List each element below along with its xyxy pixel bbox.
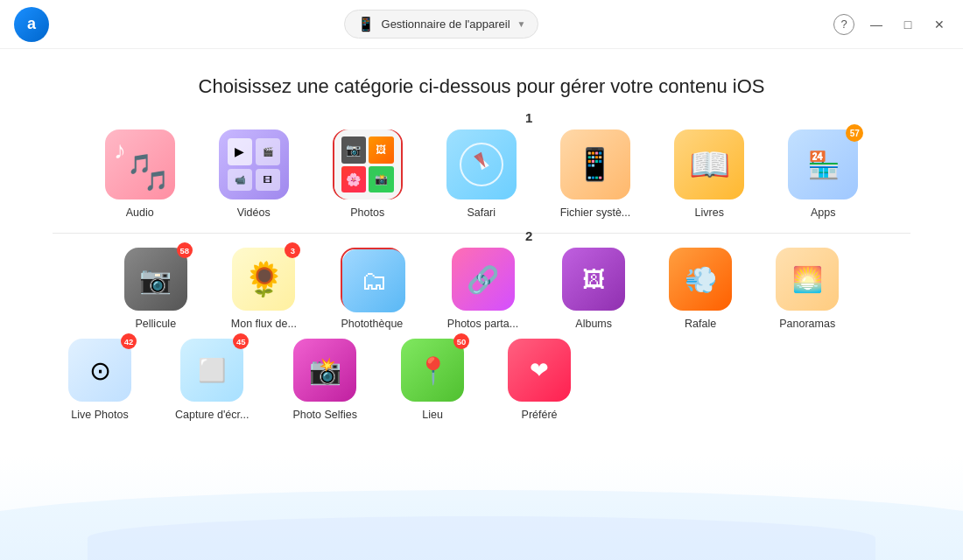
photospartagees-icon-wrapper: 🔗 <box>452 248 515 311</box>
subcategory-photospartagees[interactable]: 🔗 Photos parta... <box>447 248 518 330</box>
phototheque-icon-wrapper: 🗂 <box>341 248 404 311</box>
category-apps-label: Apps <box>811 206 836 219</box>
main-content: Choisissez une catégorie ci-dessous pour… <box>0 49 963 438</box>
livres-icon: 📖 <box>674 130 744 200</box>
category-fichier-label: Fichier systè... <box>560 206 631 219</box>
photos-p1: 📷 <box>341 136 367 164</box>
subcategory-livephotos[interactable]: 42 ⊙ Live Photos <box>68 339 131 421</box>
category-photos-label: Photos <box>350 206 384 219</box>
sub-categories-row2-container: 42 ⊙ Live Photos 45 ⬜ Capture d'écr... 📸… <box>53 339 910 421</box>
subcategory-selfies[interactable]: 📸 Photo Selfies <box>292 339 357 421</box>
audio-symbol: 🎵 <box>128 153 151 176</box>
subcategory-pellicule[interactable]: 58 📷 Pellicule <box>124 248 187 330</box>
subcategory-livephotos-label: Live Photos <box>71 409 128 421</box>
safari-icon-wrapper <box>446 130 517 200</box>
top-categories: 🎵 Audio ▶ 🎬 📹 🎞 Vidéos <box>53 130 910 219</box>
category-safari[interactable]: Safari <box>446 130 517 219</box>
titlebar: a 📱 Gestionnaire de l'appareil ▼ ? — □ ✕ <box>0 0 963 49</box>
bg-decoration <box>0 455 963 560</box>
apps-icon: 🏪 <box>788 130 858 200</box>
appstore-symbol: 🏪 <box>802 144 844 186</box>
subcategory-rafale[interactable]: 💨 Rafale <box>669 248 732 330</box>
minimize-button[interactable]: — <box>867 15 886 34</box>
subcategory-pellicule-label: Pellicule <box>136 318 177 330</box>
pellicule-badge: 58 <box>177 242 193 258</box>
chevron-down-icon: ▼ <box>517 19 526 29</box>
subcategory-photospartagees-label: Photos parta... <box>447 318 518 330</box>
monflux-icon: 🌻 <box>232 248 295 311</box>
panoramas-icon: 🌅 <box>776 248 839 311</box>
lieu-icon-wrapper: 50 📍 <box>401 339 464 402</box>
selfies-icon-wrapper: 📸 <box>293 339 356 402</box>
livres-icon-wrapper: 📖 <box>674 130 744 200</box>
lieu-icon: 📍 <box>401 339 464 402</box>
videos-icon: ▶ 🎬 📹 🎞 <box>219 130 289 200</box>
audio-icon-wrapper: 🎵 <box>105 130 175 200</box>
divider <box>53 233 910 234</box>
photos-p3: 🌸 <box>341 166 367 193</box>
livephotos-icon-wrapper: 42 ⊙ <box>68 339 131 402</box>
category-audio-label: Audio <box>126 206 154 219</box>
subcategory-rafale-label: Rafale <box>685 318 716 330</box>
page-title: Choisissez une catégorie ci-dessous pour… <box>53 75 910 98</box>
step2-label: 2 <box>525 228 532 243</box>
fichier-icon-wrapper: 📱 <box>560 130 630 200</box>
bg-wave2 <box>88 516 875 560</box>
subcategory-monflux-label: Mon flux de... <box>231 318 297 330</box>
subcategory-albums[interactable]: 🖼 Albums <box>562 248 625 330</box>
monflux-icon-wrapper: 3 🌻 <box>232 248 295 311</box>
bg-wave1 <box>0 490 963 560</box>
albums-icon: 🖼 <box>562 248 625 311</box>
photos-p4: 📸 <box>369 166 394 193</box>
subcategory-phototheque-label: Photothèque <box>341 318 403 330</box>
subcategory-panoramas[interactable]: 🌅 Panoramas <box>776 248 839 330</box>
video-sym3: 📹 <box>228 169 252 192</box>
audio-icon: 🎵 <box>105 130 175 200</box>
capture-badge: 45 <box>233 333 249 349</box>
category-apps[interactable]: 57 🏪 Apps <box>788 130 858 219</box>
category-videos[interactable]: ▶ 🎬 📹 🎞 Vidéos <box>219 130 289 219</box>
capture-icon: ⬜ <box>180 339 243 402</box>
subcategory-monflux[interactable]: 3 🌻 Mon flux de... <box>231 248 297 330</box>
capture-icon-wrapper: 45 ⬜ <box>180 339 243 402</box>
phototheque-icon: 🗂 <box>342 249 405 312</box>
safari-icon <box>446 130 517 200</box>
photospartagees-icon: 🔗 <box>452 248 515 311</box>
subcategory-panoramas-label: Panoramas <box>779 318 835 330</box>
category-audio[interactable]: 🎵 Audio <box>105 130 175 219</box>
category-livres[interactable]: 📖 Livres <box>674 130 744 219</box>
titlebar-left: a <box>14 7 49 42</box>
subcategory-prefere-label: Préféré <box>522 409 558 421</box>
maximize-button[interactable]: □ <box>898 15 917 34</box>
app-logo: a <box>14 7 49 42</box>
rafale-icon: 💨 <box>669 248 732 311</box>
step1-label: 1 <box>525 110 532 125</box>
photos-p2: 🖼 <box>369 136 394 164</box>
livephotos-icon: ⊙ <box>68 339 131 402</box>
close-button[interactable]: ✕ <box>930 15 949 34</box>
subcategory-lieu[interactable]: 50 📍 Lieu <box>401 339 464 421</box>
pellicule-icon: 📷 <box>124 248 187 311</box>
subcategory-prefere[interactable]: ❤ Préféré <box>508 339 571 421</box>
fichier-icon: 📱 <box>560 130 630 200</box>
subcategory-selfies-label: Photo Selfies <box>292 409 357 421</box>
category-fichier[interactable]: 📱 Fichier systè... <box>560 130 631 219</box>
category-photos[interactable]: 📷 🖼 🌸 📸 Photos <box>333 130 403 219</box>
video-sym1: ▶ <box>228 138 252 165</box>
prefere-icon: ❤ <box>508 339 571 402</box>
category-safari-label: Safari <box>467 206 496 219</box>
sub-categories-row2: 42 ⊙ Live Photos 45 ⬜ Capture d'écr... 📸… <box>53 339 910 421</box>
apps-icon-wrapper: 57 🏪 <box>788 130 858 200</box>
lieu-badge: 50 <box>453 333 469 349</box>
subcategory-capture-label: Capture d'écr... <box>175 409 249 421</box>
device-selector-btn[interactable]: 📱 Gestionnaire de l'appareil ▼ <box>344 10 539 38</box>
subcategory-capture[interactable]: 45 ⬜ Capture d'écr... <box>175 339 249 421</box>
photos-icon-wrapper: 📷 🖼 🌸 📸 <box>333 130 403 200</box>
help-button[interactable]: ? <box>833 14 854 35</box>
monflux-badge: 3 <box>285 242 300 258</box>
category-livres-label: Livres <box>695 206 724 219</box>
subcategory-phototheque[interactable]: 🗂 Photothèque <box>341 248 404 330</box>
apps-badge: 57 <box>846 124 863 142</box>
subcategory-lieu-label: Lieu <box>422 409 443 421</box>
videos-icon-wrapper: ▶ 🎬 📹 🎞 <box>219 130 289 200</box>
